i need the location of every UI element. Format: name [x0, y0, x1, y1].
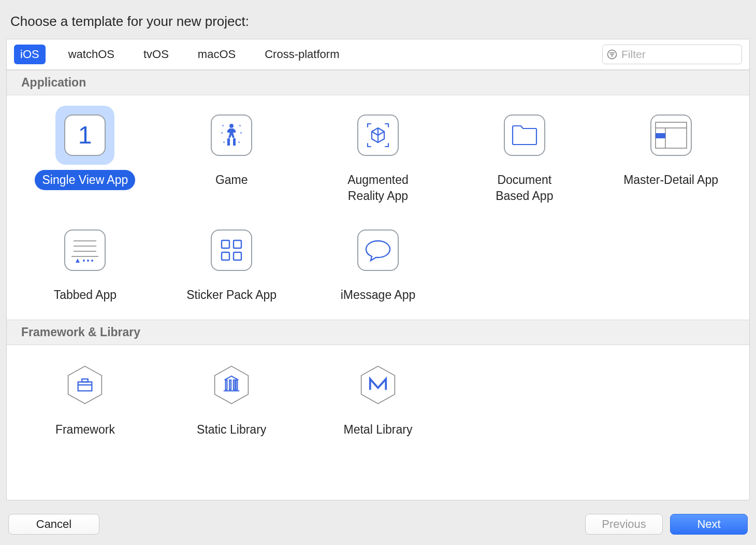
template-augmented-reality-app[interactable]: Augmented Reality App	[305, 103, 452, 206]
metal-library-icon	[357, 364, 399, 406]
template-document-based-app[interactable]: Document Based App	[451, 103, 598, 206]
template-label: Metal Library	[337, 420, 420, 440]
sticker-pack-icon	[211, 230, 252, 271]
section-header-framework-library: Framework & Library	[7, 320, 749, 345]
svg-rect-25	[222, 240, 229, 248]
augmented-reality-icon	[357, 114, 399, 156]
framework-icon	[64, 364, 106, 406]
svg-rect-17	[656, 133, 665, 138]
template-label: Tabbed App	[47, 285, 124, 305]
svg-rect-7	[233, 138, 236, 146]
template-master-detail-app[interactable]: Master-Detail App	[598, 103, 744, 206]
svg-rect-28	[234, 252, 241, 260]
single-view-app-icon: 1	[64, 114, 106, 156]
platform-toolbar: iOS watchOS tvOS macOS Cross-platform	[7, 39, 749, 70]
svg-point-5	[229, 124, 234, 128]
svg-rect-9	[239, 125, 241, 126]
next-button[interactable]: Next	[670, 514, 748, 535]
platform-tabs: iOS watchOS tvOS macOS Cross-platform	[14, 45, 345, 64]
filter-field[interactable]	[602, 45, 742, 64]
template-single-view-app[interactable]: 1 Single View App	[12, 103, 158, 206]
template-label: Static Library	[190, 420, 273, 440]
svg-rect-8	[222, 125, 224, 126]
filter-input[interactable]	[621, 48, 737, 61]
template-chooser: iOS watchOS tvOS macOS Cross-platform Ap…	[6, 39, 750, 500]
template-static-library[interactable]: Static Library	[158, 352, 305, 440]
platform-tab-ios[interactable]: iOS	[14, 45, 46, 64]
template-metal-library[interactable]: Metal Library	[305, 352, 452, 440]
platform-tab-watchos[interactable]: watchOS	[62, 45, 121, 64]
new-project-sheet: Choose a template for your new project: …	[6, 6, 750, 539]
imessage-icon	[357, 230, 399, 271]
section-header-application: Application	[7, 70, 749, 95]
template-label: Sticker Pack App	[179, 285, 284, 305]
svg-rect-11	[240, 132, 242, 134]
sheet-title: Choose a template for your new project:	[6, 6, 750, 39]
template-label: Framework	[48, 420, 122, 440]
template-label: iMessage App	[333, 285, 423, 305]
template-label: Augmented Reality App	[340, 170, 416, 206]
platform-tab-crossplatform[interactable]: Cross-platform	[258, 45, 345, 64]
tabbed-app-icon	[64, 230, 106, 271]
svg-text:1: 1	[78, 122, 92, 149]
svg-rect-10	[221, 132, 223, 134]
svg-point-24	[91, 260, 93, 262]
framework-grid: Framework Stati	[7, 345, 749, 454]
filter-icon	[607, 49, 617, 60]
game-icon	[211, 114, 252, 156]
document-icon	[504, 114, 545, 156]
template-label: Document Based App	[488, 170, 560, 206]
svg-point-22	[83, 260, 85, 262]
static-library-icon	[211, 364, 252, 406]
platform-tab-tvos[interactable]: tvOS	[137, 45, 175, 64]
svg-rect-12	[223, 141, 225, 143]
template-sticker-pack-app[interactable]: Sticker Pack App	[158, 218, 305, 305]
svg-rect-26	[234, 240, 241, 248]
svg-rect-27	[222, 252, 229, 260]
template-game[interactable]: Game	[158, 103, 305, 206]
template-tabbed-app[interactable]: Tabbed App	[12, 218, 158, 305]
template-label: Game	[208, 170, 255, 190]
application-grid: 1 Single View App	[7, 95, 749, 320]
template-framework[interactable]: Framework	[12, 352, 158, 440]
previous-button[interactable]: Previous	[585, 514, 663, 535]
template-label: Master-Detail App	[616, 170, 725, 190]
master-detail-icon	[650, 114, 692, 156]
svg-marker-39	[361, 366, 395, 404]
template-label: Single View App	[35, 170, 135, 190]
platform-tab-macos[interactable]: macOS	[192, 45, 242, 64]
footer-buttons: Cancel Previous Next	[6, 500, 750, 539]
svg-rect-6	[227, 138, 230, 146]
cancel-button[interactable]: Cancel	[8, 514, 99, 535]
template-imessage-app[interactable]: iMessage App	[305, 218, 452, 305]
svg-rect-13	[238, 141, 240, 143]
svg-point-23	[87, 260, 89, 262]
